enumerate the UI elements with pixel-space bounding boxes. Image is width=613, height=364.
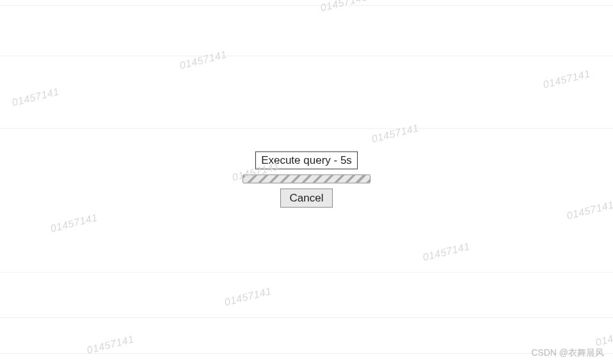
progress-bar [243, 174, 370, 183]
horizontal-line [0, 5, 613, 6]
horizontal-line [0, 272, 613, 273]
horizontal-line [0, 317, 613, 318]
progress-dialog: Execute query - 5s Cancel [243, 151, 370, 207]
horizontal-line [0, 128, 613, 129]
status-label: Execute query - 5s [255, 151, 358, 169]
attribution-text: CSDN @衣舞晨风 [531, 347, 604, 359]
cancel-button[interactable]: Cancel [280, 188, 333, 207]
horizontal-line [0, 56, 613, 56]
horizontal-line [0, 353, 613, 354]
